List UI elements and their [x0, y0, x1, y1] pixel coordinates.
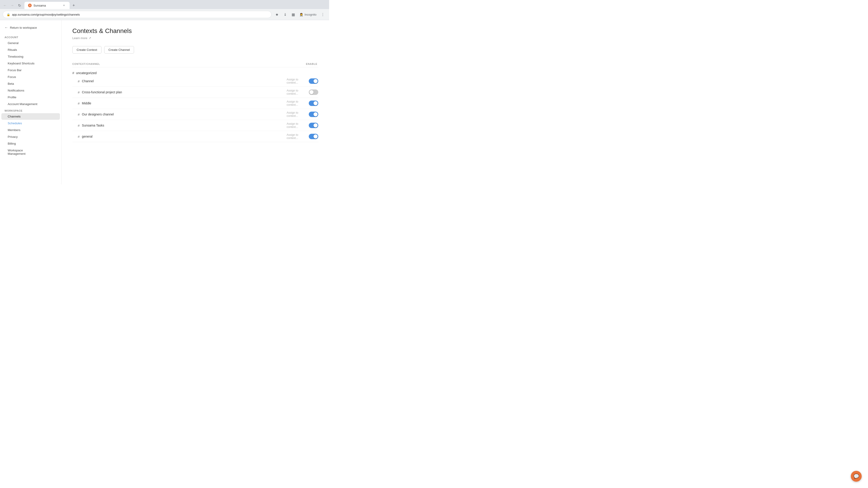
- sidebar-item-keyboard-shortcuts[interactable]: Keyboard Shortcuts: [1, 60, 60, 67]
- sidebar-item-timeboxing[interactable]: Timeboxing: [1, 53, 60, 60]
- channel-name-cell: # Channel: [72, 79, 287, 83]
- sidebar-item-focus-bar[interactable]: Focus Bar: [1, 67, 60, 73]
- browser-forward-button[interactable]: →: [9, 2, 16, 8]
- learn-more-text: Learn more: [72, 36, 87, 40]
- create-context-button[interactable]: Create Context: [72, 46, 101, 54]
- channel-toggle-designers[interactable]: [309, 111, 318, 117]
- hash-icon: #: [78, 90, 80, 94]
- channel-actions: Assign to context...: [287, 89, 318, 95]
- sidebar-item-beta[interactable]: Beta: [1, 80, 60, 87]
- download-button[interactable]: ⇓: [281, 11, 289, 18]
- channel-actions: Assign to context...: [287, 122, 318, 129]
- assign-context-text: Assign to context...: [287, 111, 306, 118]
- channel-name-cell: # Middle: [72, 101, 287, 105]
- channel-name-cell: # Our designers channel: [72, 112, 287, 116]
- browser-menu-button[interactable]: ⋮: [319, 11, 327, 18]
- active-tab[interactable]: S Sunsama ×: [24, 2, 70, 9]
- assign-context-text: Assign to context...: [287, 89, 306, 95]
- sidebar: ← Return to workspace Account General Ri…: [0, 20, 61, 184]
- assign-context-text: Assign to context...: [287, 133, 306, 140]
- action-buttons: Create Context Create Channel: [72, 46, 318, 54]
- account-section-label: Account: [0, 34, 61, 39]
- channel-name-cell: # Sunsama Tasks: [72, 124, 287, 127]
- context-label-uncategorized: # uncategorized: [72, 68, 318, 76]
- back-arrow-icon: ←: [4, 26, 8, 30]
- channel-name: Channel: [82, 79, 94, 83]
- learn-more-link[interactable]: Learn more ↗: [72, 36, 318, 40]
- context-name: uncategorized: [76, 71, 96, 75]
- main-content: Contexts & Channels Learn more ↗ Create …: [61, 20, 329, 184]
- workspace-items-list: Channels Schedules Members Privacy Billi…: [0, 113, 61, 157]
- extensions-button[interactable]: ▦: [289, 11, 297, 18]
- lock-icon: 🔒: [6, 13, 10, 16]
- channel-name: general: [82, 135, 92, 138]
- sidebar-item-account-management[interactable]: Account Management: [1, 101, 60, 107]
- sidebar-item-general[interactable]: General: [1, 40, 60, 46]
- sidebar-item-channels[interactable]: Channels: [1, 113, 60, 120]
- sidebar-item-profile[interactable]: Profile: [1, 94, 60, 101]
- assign-context-text: Assign to context...: [287, 122, 306, 129]
- assign-context-text: Assign to context...: [287, 78, 306, 84]
- sidebar-item-schedules[interactable]: Schedules: [1, 120, 60, 127]
- channel-row-cross-functional: # Cross-functional project plan Assign t…: [72, 87, 318, 98]
- hash-icon: #: [78, 124, 80, 127]
- channel-toggle-cross-functional[interactable]: [309, 90, 318, 95]
- return-label: Return to workspace: [10, 26, 37, 29]
- channel-toggle-sunsama-tasks[interactable]: [309, 123, 318, 128]
- tab-bar: ← → ↻ S Sunsama × +: [0, 0, 329, 9]
- app-layout: ← Return to workspace Account General Ri…: [0, 20, 329, 184]
- assign-context-text: Assign to context...: [287, 100, 306, 106]
- hash-icon: #: [72, 71, 74, 75]
- hash-icon: #: [78, 112, 80, 116]
- sidebar-item-focus[interactable]: Focus: [1, 74, 60, 80]
- sidebar-item-billing[interactable]: Billing: [1, 140, 60, 147]
- address-bar[interactable]: 🔒 app.sunsama.com/group/moodjoy/settings…: [3, 11, 272, 18]
- tab-close-button[interactable]: ×: [62, 3, 66, 7]
- channel-row-middle: # Middle Assign to context...: [72, 98, 318, 109]
- col2-header: ENABLE: [287, 63, 318, 65]
- browser-refresh-button[interactable]: ↻: [16, 2, 23, 8]
- channel-actions: Assign to context...: [287, 133, 318, 140]
- create-channel-button[interactable]: Create Channel: [104, 46, 134, 54]
- channel-name-cell: # general: [72, 135, 287, 138]
- channel-row-sunsama-tasks: # Sunsama Tasks Assign to context...: [72, 120, 318, 131]
- channel-row-general: # general Assign to context...: [72, 131, 318, 142]
- sidebar-item-rituals[interactable]: Rituals: [1, 46, 60, 53]
- table-header: CONTEXT/CHANNEL ENABLE: [72, 61, 318, 67]
- account-items-list: General Rituals Timeboxing Keyboard Shor…: [0, 40, 61, 107]
- workspace-section-label: Workspace: [0, 107, 61, 113]
- channel-name: Middle: [82, 101, 91, 105]
- tab-favicon: S: [28, 4, 32, 7]
- channel-name: Cross-functional project plan: [82, 90, 122, 94]
- hash-icon: #: [78, 79, 80, 83]
- hash-icon: #: [78, 101, 80, 105]
- sidebar-item-members[interactable]: Members: [1, 127, 60, 133]
- incognito-icon: 🤵: [300, 13, 303, 16]
- channel-actions: Assign to context...: [287, 100, 318, 106]
- sidebar-item-notifications[interactable]: Notifications: [1, 87, 60, 94]
- sidebar-item-workspace-management[interactable]: WorkspaceManagement: [1, 147, 60, 157]
- channel-name-cell: # Cross-functional project plan: [72, 90, 287, 94]
- channel-actions: Assign to context...: [287, 78, 318, 84]
- channel-row-channel: # Channel Assign to context...: [72, 76, 318, 87]
- channel-toggle-middle[interactable]: [309, 101, 318, 106]
- channel-toggle-channel[interactable]: [309, 78, 318, 84]
- external-link-icon: ↗: [89, 36, 91, 40]
- tab-title: Sunsama: [33, 4, 60, 7]
- address-bar-actions: ★ ⇓ ▦ 🤵 Incognito ⋮: [273, 11, 327, 18]
- hash-icon: #: [78, 135, 80, 138]
- address-bar-row: 🔒 app.sunsama.com/group/moodjoy/settings…: [0, 9, 329, 20]
- col1-header: CONTEXT/CHANNEL: [72, 63, 287, 65]
- incognito-button[interactable]: 🤵 Incognito: [298, 11, 318, 18]
- sidebar-item-privacy[interactable]: Privacy: [1, 133, 60, 140]
- context-group-uncategorized: # uncategorized # Channel Assign to cont…: [72, 68, 318, 142]
- browser-back-button[interactable]: ←: [2, 2, 8, 8]
- channel-toggle-general[interactable]: [309, 134, 318, 139]
- channel-row-designers: # Our designers channel Assign to contex…: [72, 109, 318, 120]
- new-tab-button[interactable]: +: [70, 2, 77, 8]
- tab-nav-buttons: ← → ↻: [2, 2, 23, 8]
- incognito-label: Incognito: [305, 13, 316, 16]
- return-to-workspace-button[interactable]: ← Return to workspace: [0, 24, 61, 31]
- page-title: Contexts & Channels: [72, 27, 318, 35]
- bookmark-button[interactable]: ★: [273, 11, 281, 18]
